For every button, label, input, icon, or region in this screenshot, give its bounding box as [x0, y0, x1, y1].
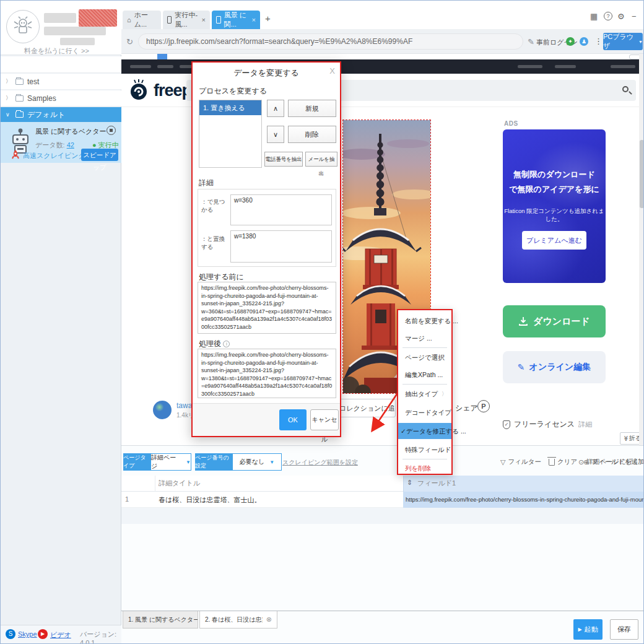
- replace-input[interactable]: w=1380: [230, 230, 332, 263]
- page-type-label: ページタイプ: [123, 453, 150, 471]
- video-icon[interactable]: ▶: [38, 629, 48, 639]
- minimize-icon[interactable]: −: [632, 12, 637, 21]
- run-button[interactable]: ▶ 起動: [573, 619, 603, 640]
- tab-running[interactable]: 実行中-風... ×: [163, 11, 210, 29]
- author-avatar[interactable]: [153, 401, 172, 419]
- ad-panel[interactable]: 無制限のダウンロード で無限のアイデアを形に Flaticon 限定コンテンツも…: [503, 129, 606, 283]
- search-icon[interactable]: [622, 86, 629, 92]
- close-tab-icon[interactable]: ⊗: [266, 616, 272, 624]
- download-button[interactable]: ダウンロード: [503, 305, 606, 337]
- pen-icon: ✎: [518, 362, 525, 372]
- sidebar-folder-default[interactable]: ∨ デフォルト: [1, 107, 121, 122]
- more-menu-icon[interactable]: ⋮: [594, 37, 603, 46]
- process-item-selected[interactable]: 1. 置き換える: [199, 100, 261, 115]
- move-column-icon[interactable]: ⇕: [407, 479, 412, 487]
- new-tab-icon[interactable]: +: [265, 13, 271, 24]
- scrollbar-thumb[interactable]: [640, 140, 644, 208]
- save-button[interactable]: 保存: [610, 619, 638, 640]
- tab-home[interactable]: ⌂ ホーム...: [123, 11, 161, 29]
- status-green-icon[interactable]: ✦: [566, 37, 575, 46]
- column-header-title[interactable]: 詳細タイトル: [159, 479, 200, 488]
- page-num-dropdown[interactable]: 必要なし▼: [232, 453, 282, 471]
- download-icon: [518, 316, 528, 326]
- page-decoration: [157, 54, 167, 59]
- online-edit-button[interactable]: ✎ オンライン編集: [503, 351, 606, 383]
- menu-item-delete-column[interactable]: 列を削除: [398, 460, 451, 476]
- column-header-field1[interactable]: ⇕ フィールド1: [403, 476, 644, 492]
- move-up-button[interactable]: ∧: [267, 100, 284, 117]
- skype-icon[interactable]: S: [6, 629, 15, 639]
- data-count-value[interactable]: 42: [67, 141, 74, 149]
- task-card[interactable]: 風景 に関するベクター画像、写真素材、P... データ数: 42 ● 実行中 高…: [1, 122, 121, 163]
- cancel-button[interactable]: キャンセル: [310, 409, 339, 430]
- row-title-cell[interactable]: 春は桜、日没は忠霊塔、富士山。: [159, 495, 397, 505]
- row-field1-cell[interactable]: https://img.freepik.com/free-photo/cherr…: [403, 492, 644, 508]
- folder-label: デフォルト: [27, 110, 65, 120]
- fast-scraping-label: 高速スクレイピング: [23, 151, 85, 160]
- speedup-button[interactable]: スピードアップ: [81, 149, 118, 161]
- menu-item-select-on-page[interactable]: ページで選択: [398, 349, 451, 365]
- page-top-strip: [121, 54, 644, 59]
- replace-label: ：と置換する: [201, 235, 230, 251]
- sidebar-folder-samples[interactable]: 〉 Samples: [1, 90, 121, 107]
- menu-item-edit-xpath[interactable]: 編集XPath ...: [398, 367, 451, 383]
- ok-button[interactable]: OK: [279, 409, 307, 430]
- chevron-right-icon: 〉: [6, 77, 12, 85]
- stop-icon[interactable]: [107, 126, 116, 135]
- clear-button[interactable]: クリア: [549, 458, 577, 466]
- menu-label: 名前を変更する ...: [405, 317, 458, 324]
- browser-mode-button[interactable]: PCブラウザ ▼: [603, 33, 643, 50]
- tab-landscape[interactable]: 風景 に関... ×: [212, 11, 260, 29]
- help-icon[interactable]: ?: [604, 12, 612, 20]
- avatar[interactable]: [6, 10, 40, 43]
- gift-icon[interactable]: ▦: [590, 12, 598, 21]
- sidebar-folder-test[interactable]: 〉 test: [1, 74, 121, 90]
- move-down-button[interactable]: ∨: [267, 126, 284, 143]
- pinterest-icon[interactable]: P: [477, 400, 490, 412]
- premium-button[interactable]: プレミアムへ進む: [522, 231, 586, 250]
- status-blue-icon[interactable]: ♟: [580, 37, 588, 46]
- extract-mail-button[interactable]: メールを抽出: [305, 152, 337, 167]
- bottom-tab-1[interactable]: 1. 風景 に関するベクター画像、写...: [123, 611, 198, 629]
- find-input[interactable]: w=360: [230, 194, 332, 225]
- share-label[interactable]: シェア: [455, 403, 478, 414]
- blurred-badge: [79, 9, 117, 27]
- url-input[interactable]: https://jp.freepik.com/search?format=sea…: [138, 33, 523, 50]
- dialog-footer: OK キャンセル: [193, 403, 340, 436]
- freepik-logo-icon: [128, 79, 150, 102]
- video-link[interactable]: ビデオ: [50, 630, 71, 640]
- pay-link[interactable]: 料金を払うに行く >>: [24, 46, 89, 56]
- info-icon[interactable]: i: [223, 341, 230, 347]
- delete-process-button[interactable]: 削除: [288, 126, 336, 143]
- settings-gear-icon[interactable]: ⚙: [617, 12, 625, 21]
- license-row: ✓ フリーライセンス 詳細: [503, 419, 592, 430]
- menu-item-modify-data[interactable]: ✓データを修正する ...: [398, 423, 451, 439]
- menu-item-decode-type[interactable]: デコードタイプ〉: [398, 404, 451, 420]
- bottom-tab-2[interactable]: 2. 春は桜、日没は忠霊塔、富士山... ⊗: [199, 611, 277, 629]
- page-scrollbar[interactable]: [639, 54, 644, 445]
- skype-link[interactable]: Skype: [18, 630, 37, 638]
- license-label: フリーライセンス: [514, 419, 575, 430]
- menu-label: データを修正する ...: [406, 427, 466, 435]
- before-textarea[interactable]: https://img.freepik.com/free-photo/cherr…: [198, 282, 336, 334]
- scraping-range-link[interactable]: スクレイピング範囲を設定: [282, 458, 358, 467]
- close-icon[interactable]: ×: [252, 16, 256, 24]
- process-listbox[interactable]: 1. 置き換える: [199, 100, 262, 168]
- menu-item-rename[interactable]: 名前を変更する ...: [398, 313, 451, 329]
- edit-url-icon[interactable]: ✎: [528, 37, 534, 46]
- after-textarea[interactable]: https://img.freepik.com/free-photo/cherr…: [198, 349, 336, 398]
- table-row[interactable]: 1 春は桜、日没は忠霊塔、富士山。 https://img.freepik.co…: [121, 492, 644, 508]
- menu-item-extract-type[interactable]: 抽出タイプ〉: [398, 386, 451, 402]
- page-type-dropdown[interactable]: 詳細ページ▼: [150, 453, 191, 471]
- refresh-icon[interactable]: ↻: [126, 37, 133, 46]
- menu-item-merge[interactable]: マージ ...: [398, 330, 451, 346]
- license-more-link[interactable]: 詳細: [578, 420, 592, 429]
- add-field-button[interactable]: ⊕フィールドを追加: [583, 458, 644, 466]
- filter-button[interactable]: ▽フィルター: [500, 458, 541, 466]
- close-icon[interactable]: ×: [202, 16, 206, 24]
- menu-item-special-field[interactable]: 特殊フィールド〉: [398, 442, 451, 458]
- dialog-close-icon[interactable]: X: [329, 66, 335, 76]
- extract-phone-button[interactable]: 電話番号を抽出: [264, 152, 303, 167]
- data-count-label: データ数:: [35, 141, 65, 149]
- new-process-button[interactable]: 新規: [288, 100, 336, 117]
